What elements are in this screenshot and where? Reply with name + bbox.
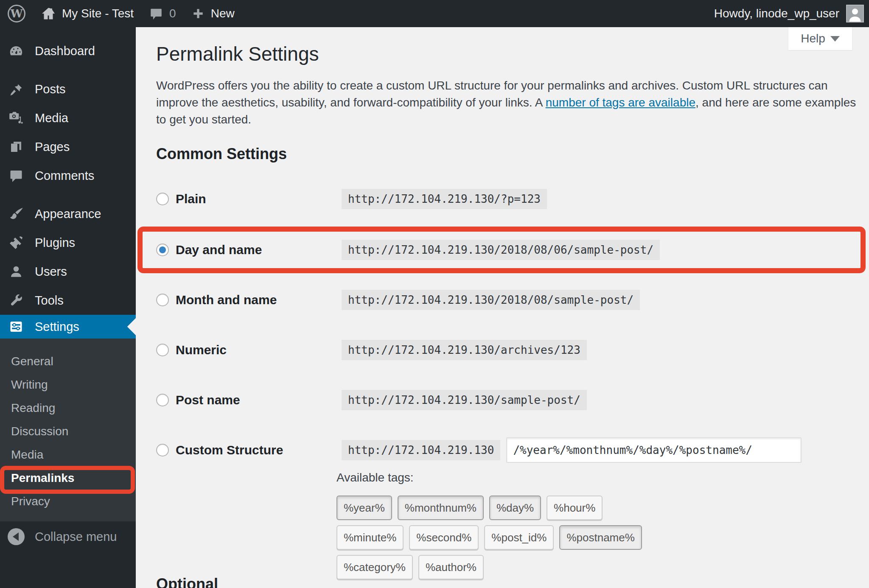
comment-icon [8,167,25,184]
available-tags-label: Available tags: [336,471,414,484]
new-menu[interactable]: New [184,0,242,27]
site-name: My Site - Test [62,7,134,20]
available-tags: %year% %monthnum% %day% %hour% %minute% … [336,496,650,580]
sliders-icon [8,318,25,335]
collapse-menu-label: Collapse menu [35,530,117,544]
option-label[interactable]: Plain [176,192,342,206]
submenu-label: Permalinks [11,471,74,485]
radio-month-and-name[interactable] [156,294,169,306]
submenu-item-privacy[interactable]: Privacy [0,490,136,513]
sidebar-item-users[interactable]: Users [0,257,136,286]
permalink-example-url: http://172.104.219.130/archives/123 [342,340,587,360]
sidebar-item-media[interactable]: Media [0,104,136,132]
settings-submenu: General Writing Reading Discussion Media… [0,339,136,521]
option-row-post-name: Post name http://172.104.219.130/sample-… [156,387,854,413]
radio-day-and-name[interactable] [156,244,169,256]
site-menu[interactable]: My Site - Test [33,0,141,27]
custom-structure-url-prefix: http://172.104.219.130 [342,440,500,460]
permalink-example-url: http://172.104.219.130/?p=123 [342,189,547,209]
submenu-item-media[interactable]: Media [0,443,136,466]
tag-button-day[interactable]: %day% [489,496,541,520]
collapse-arrow-icon [8,528,25,545]
comments-count: 0 [169,7,176,20]
radio-plain[interactable] [156,193,169,205]
radio-numeric[interactable] [156,344,169,356]
sidebar-item-settings[interactable]: Settings [0,315,136,339]
tag-button-monthnum[interactable]: %monthnum% [398,496,484,520]
submenu-label: Privacy [11,495,50,508]
help-label: Help [801,32,825,45]
sidebar-item-pages[interactable]: Pages [0,132,136,161]
submenu-label: General [11,355,53,368]
option-row-plain: Plain http://172.104.219.130/?p=123 [156,186,854,212]
submenu-label: Writing [11,378,48,392]
chevron-down-icon [830,36,840,42]
tag-button-category[interactable]: %category% [336,555,413,580]
submenu-item-discussion[interactable]: Discussion [0,420,136,443]
tag-button-author[interactable]: %author% [418,555,484,580]
tags-available-link[interactable]: number of tags are available [546,96,695,109]
tag-button-post-id[interactable]: %post_id% [484,525,554,550]
custom-structure-input[interactable] [506,437,802,463]
common-settings-heading: Common Settings [156,145,287,163]
howdy-text[interactable]: Howdy, linode_wp_user [714,7,839,20]
plug-icon [8,234,25,251]
menu-separator [0,190,136,199]
option-label[interactable]: Custom Structure [176,443,342,457]
avatar[interactable] [846,5,864,22]
pages-icon [8,138,25,155]
help-button[interactable]: Help [788,27,852,50]
sidebar-item-label: Pages [35,140,70,154]
option-label[interactable]: Day and name [176,243,342,257]
sidebar-item-label: Settings [35,320,79,334]
admin-bar: W My Site - Test 0 New Howdy, linode_wp_… [0,0,869,27]
optional-heading: Optional [156,575,218,588]
submenu-label: Discussion [11,425,68,438]
sidebar-item-plugins[interactable]: Plugins [0,228,136,257]
tag-button-second[interactable]: %second% [409,525,479,550]
comments-shortcut[interactable]: 0 [141,0,184,27]
option-row-month-and-name: Month and name http://172.104.219.130/20… [156,287,854,313]
intro-paragraph: WordPress offers you the ability to crea… [156,77,861,128]
tag-button-minute[interactable]: %minute% [336,525,404,550]
sidebar-item-label: Tools [35,294,64,308]
sidebar-item-appearance[interactable]: Appearance [0,199,136,228]
wordpress-logo-icon: W [8,5,25,22]
paintbrush-icon [8,205,25,222]
radio-custom-structure[interactable] [156,444,169,456]
tag-button-hour[interactable]: %hour% [547,496,603,520]
sidebar-item-label: Media [35,111,68,125]
plus-icon [191,7,205,20]
option-label[interactable]: Post name [176,393,342,407]
sidebar-item-label: Comments [35,169,94,183]
submenu-item-writing[interactable]: Writing [0,373,136,396]
submenu-item-permalinks[interactable]: Permalinks [0,466,136,490]
sidebar-item-dashboard[interactable]: Dashboard [0,36,136,65]
tag-button-postname[interactable]: %postname% [559,525,642,550]
option-row-custom-structure: Custom Structure http://172.104.219.130 [156,437,854,463]
option-label[interactable]: Month and name [176,293,342,307]
content-area: Help Permalink Settings WordPress offers… [136,27,869,588]
submenu-item-general[interactable]: General [0,350,136,373]
collapse-menu-button[interactable]: Collapse menu [0,522,136,551]
sidebar-item-label: Plugins [35,236,75,250]
wordpress-logo-menu[interactable]: W [0,0,33,27]
sidebar-item-label: Posts [35,82,66,96]
submenu-item-reading[interactable]: Reading [0,396,136,420]
sidebar-item-tools[interactable]: Tools [0,286,136,315]
pushpin-icon [8,81,25,98]
home-icon [41,6,56,21]
permalink-example-url: http://172.104.219.130/sample-post/ [342,390,587,410]
permalink-example-url: http://172.104.219.130/2018/08/06/sample… [342,240,660,260]
sidebar-item-comments[interactable]: Comments [0,161,136,190]
option-label[interactable]: Numeric [176,343,342,357]
submenu-label: Reading [11,401,55,415]
camera-music-icon [8,109,25,126]
sidebar-item-label: Appearance [35,207,101,221]
tag-button-year[interactable]: %year% [336,496,392,520]
wrench-icon [8,292,25,309]
sidebar-item-label: Users [35,265,67,279]
sidebar-item-posts[interactable]: Posts [0,75,136,104]
radio-post-name[interactable] [156,394,169,406]
user-icon [8,263,25,280]
